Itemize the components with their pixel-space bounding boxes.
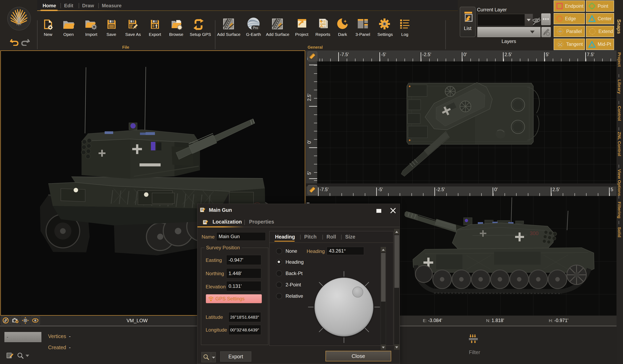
svg-text:Pro: Pro [253, 26, 258, 30]
svg-text:300: 300 [530, 230, 538, 236]
